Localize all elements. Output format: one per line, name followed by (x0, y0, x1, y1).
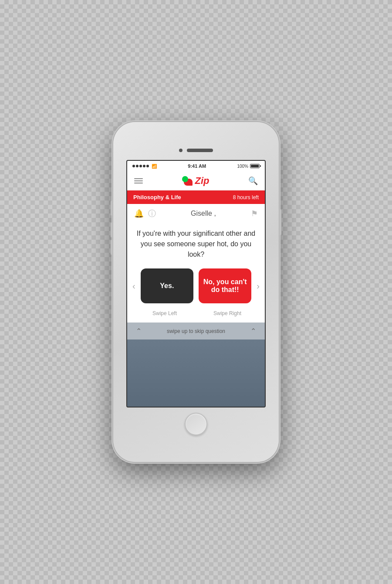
swipe-labels: Swipe Left Swipe Right (127, 310, 265, 323)
question-text: If you're with your significant other an… (127, 221, 265, 268)
answer-row: ‹ Yes. No, you can't do that!! › (127, 268, 265, 310)
card-header: 🔔 ⓘ Giselle , ⚑ (127, 204, 265, 221)
content-area: Philosophy & Life 8 hours left 🔔 ⓘ Gisel… (127, 190, 265, 407)
logo-bubble (182, 176, 194, 186)
skip-text: swipe up to skip question (167, 328, 225, 334)
battery-icon (250, 164, 260, 168)
search-icon[interactable]: 🔍 (248, 176, 258, 186)
signal-dot-3 (139, 165, 142, 167)
signal-dot-5 (146, 165, 149, 167)
user-name: Giselle , (156, 210, 251, 217)
category-header: Philosophy & Life 8 hours left (127, 190, 265, 204)
swipe-left-label: Swipe Left (133, 310, 196, 316)
bubble-green (182, 176, 188, 182)
right-arrow-icon[interactable]: › (257, 281, 260, 291)
category-title: Philosophy & Life (133, 194, 181, 200)
answer-yes-button[interactable]: Yes. (141, 268, 193, 303)
status-time: 9:41 AM (188, 163, 206, 169)
answer-no-button[interactable]: No, you can't do that!! (199, 268, 251, 303)
wifi-icon: 📶 (152, 164, 157, 169)
time-left: 8 hours left (233, 194, 259, 200)
phone-frame: 📶 9:41 AM 100% Zip 🔍 (113, 122, 279, 462)
battery-percentage: 100% (237, 164, 248, 169)
left-arrow-icon[interactable]: ‹ (132, 281, 135, 291)
skip-chevron-right: ⌃ (250, 327, 256, 335)
camera-area (179, 149, 213, 152)
home-button[interactable] (185, 413, 207, 435)
app-name: Zip (195, 175, 210, 187)
flag-icon[interactable]: ⚑ (251, 209, 258, 218)
skip-chevron-left: ⌃ (136, 327, 142, 335)
app-logo: Zip (182, 175, 210, 187)
signal-area: 📶 (132, 164, 157, 169)
nav-bar: Zip 🔍 (127, 171, 265, 190)
gray-background (127, 340, 265, 407)
card-icons-left: 🔔 ⓘ (134, 208, 156, 219)
phone-screen: 📶 9:41 AM 100% Zip 🔍 (126, 160, 266, 407)
signal-dot-1 (132, 165, 135, 167)
signal-dot-4 (143, 165, 145, 167)
help-icon[interactable]: ⓘ (148, 208, 156, 219)
speaker (187, 149, 213, 152)
skip-bar[interactable]: ⌃ swipe up to skip question ⌃ (127, 323, 265, 340)
battery-area: 100% (237, 164, 260, 169)
phone-top (122, 149, 270, 156)
hamburger-menu-icon[interactable] (134, 178, 143, 183)
swipe-right-label: Swipe Right (196, 310, 259, 316)
status-bar: 📶 9:41 AM 100% (127, 161, 265, 171)
camera-dot (179, 149, 182, 152)
question-card: 🔔 ⓘ Giselle , ⚑ If you're with your sign… (127, 204, 265, 323)
signal-dot-2 (136, 165, 139, 167)
bell-icon[interactable]: 🔔 (134, 209, 144, 218)
